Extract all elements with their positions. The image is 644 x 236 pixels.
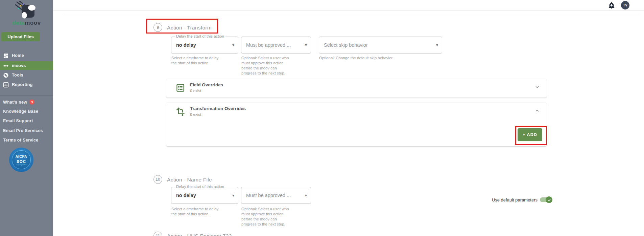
helper-line: Optional: Select a user who — [241, 207, 289, 212]
soc-badge-title: AICPA — [16, 154, 27, 158]
panel-top-border — [64, 16, 639, 16]
link-label: What's new — [3, 100, 27, 105]
helper-line: progress to the next step. — [241, 71, 289, 76]
sidebar-link-terms-of-service[interactable]: Terms of Service — [3, 138, 39, 143]
link-label: Email Pro Services — [3, 128, 43, 133]
step-9-number-circle: 9 — [153, 23, 162, 32]
moovs-dots-icon — [3, 63, 9, 69]
field-overrides-list-icon — [176, 83, 185, 94]
sidebar-link-email-support[interactable]: Email Support — [3, 119, 33, 123]
sidebar-link-email-pro-services[interactable]: Email Pro Services — [3, 128, 43, 133]
chevron-up-icon[interactable] — [534, 108, 540, 115]
helper-line: before the moov can — [241, 217, 289, 222]
aicpa-soc-badge-inner: AICPA SOC aicpa.org/soc4so — [12, 150, 31, 169]
sidebar-item-label: Tools — [12, 73, 23, 78]
skip-helper-text: Optional: Change the default skip behavi… — [319, 56, 393, 61]
helper-line: before the moov can — [241, 66, 289, 71]
skip-behavior-select-step9[interactable]: Select skip behavior ▾ — [319, 37, 442, 53]
brand-text-dark: moov — [25, 20, 41, 26]
delay-select-step9[interactable]: Delay the start of this action no delay … — [171, 37, 238, 53]
tools-wrench-icon — [3, 72, 9, 78]
sidebar-item-moovs[interactable]: moovs — [0, 61, 53, 70]
brand-text-green: deta — [12, 20, 25, 26]
helper-line: the start of this action. — [171, 61, 218, 66]
link-label: Email Support — [3, 119, 33, 123]
sidebar-item-label: moovs — [12, 63, 26, 68]
dropdown-arrow-icon: ▾ — [305, 193, 307, 198]
step-10-title: Action - Name File — [167, 177, 212, 183]
field-overrides-card[interactable]: Field Overrides 0 exist — [166, 79, 547, 98]
user-avatar[interactable]: TV — [621, 1, 629, 9]
upload-files-button[interactable]: Upload Files — [1, 32, 40, 41]
dropdown-arrow-icon: ▾ — [232, 43, 234, 47]
sidebar-item-label: Home — [12, 53, 24, 58]
field-overrides-count: 0 exist — [190, 89, 201, 93]
sidebar-divider — [0, 95, 53, 95]
step-11-number-circle: 11 — [153, 232, 162, 236]
soc-badge-url: aicpa.org/soc4so — [16, 164, 26, 166]
aicpa-soc-badge: AICPA SOC aicpa.org/soc4so — [9, 148, 33, 172]
dropdown-arrow-icon: ▾ — [305, 43, 307, 47]
delay-helper-text: Select a timeframe to delay the start of… — [171, 207, 218, 217]
transformation-overrides-count: 0 exist — [190, 112, 201, 116]
dropdown-arrow-icon: ▾ — [232, 193, 234, 198]
helper-line: must approve this action — [241, 212, 289, 217]
delay-select-value: no delay — [176, 42, 196, 48]
topbar: TV — [53, 0, 644, 11]
delay-select-label: Delay the start of this action — [175, 34, 225, 38]
delay-helper-text: Select a timeframe to delay the start of… — [171, 56, 218, 66]
step-9-title: Action - Transform — [167, 25, 212, 31]
step-10-number-circle: 10 — [153, 175, 162, 184]
sidebar-item-home[interactable]: Home — [0, 51, 53, 60]
brand-logo-icon — [14, 1, 38, 21]
helper-line: must approve this action — [241, 61, 289, 66]
app-root: detamoov Upload Files Home moovs Tools R… — [0, 0, 644, 236]
sidebar-item-tools[interactable]: Tools — [0, 71, 53, 80]
sidebar-item-reporting[interactable]: Reporting — [0, 80, 53, 89]
sidebar: detamoov Upload Files Home moovs Tools R… — [0, 0, 53, 236]
helper-line: Select a timeframe to delay — [171, 207, 218, 212]
chevron-down-icon[interactable] — [534, 84, 540, 91]
sidebar-item-label: Reporting — [12, 82, 33, 87]
delay-select-value: no delay — [176, 193, 196, 198]
approver-select-value: Must be approved ... — [246, 193, 291, 198]
whats-new-count-badge: 3 — [29, 100, 34, 105]
home-grid-icon — [3, 53, 9, 59]
toggle-thumb-check-icon — [546, 196, 552, 203]
approver-helper-text: Optional: Select a user who must approve… — [241, 207, 289, 227]
link-label: Terms of Service — [3, 138, 39, 143]
field-overrides-title: Field Overrides — [190, 82, 223, 87]
step-11-title: Action - HHS Package 722 — [167, 233, 232, 236]
reporting-chart-icon — [3, 82, 9, 88]
use-default-parameters-toggle[interactable] — [540, 196, 552, 203]
helper-line: Optional: Select a user who — [241, 56, 289, 61]
helper-line: the start of this action. — [171, 212, 218, 217]
sidebar-link-whats-new[interactable]: What's new 3 — [3, 100, 34, 105]
brand-wordmark: detamoov — [0, 20, 53, 26]
sidebar-link-knowledge-base[interactable]: Knowledge Base — [3, 109, 38, 114]
transformation-overrides-transform-icon — [176, 107, 185, 118]
approver-select-value: Must be approved ... — [246, 42, 291, 48]
add-transformation-override-button[interactable]: + ADD — [518, 128, 542, 141]
approver-helper-text: Optional: Select a user who must approve… — [241, 56, 289, 76]
skip-select-value: Select skip behavior — [324, 42, 368, 48]
approver-select-step10[interactable]: Must be approved ... ▾ — [241, 187, 311, 204]
use-default-parameters-label: Use default parameters — [480, 197, 538, 202]
helper-line: progress to the next step. — [241, 222, 289, 227]
dropdown-arrow-icon: ▾ — [436, 43, 438, 47]
transformation-overrides-title: Transformation Overrides — [190, 106, 246, 111]
link-label: Knowledge Base — [3, 109, 38, 114]
soc-badge-subtitle: SOC — [17, 159, 26, 164]
soc-badge-divider — [15, 159, 27, 159]
delay-select-step10[interactable]: Delay the start of this action no delay … — [171, 187, 238, 204]
notification-bell-icon[interactable] — [608, 2, 615, 9]
approver-select-step9[interactable]: Must be approved ... ▾ — [241, 37, 311, 53]
helper-line: Select a timeframe to delay — [171, 56, 218, 61]
delay-select-label: Delay the start of this action — [175, 185, 225, 189]
transformation-overrides-card[interactable]: Transformation Overrides 0 exist + ADD — [166, 103, 547, 146]
